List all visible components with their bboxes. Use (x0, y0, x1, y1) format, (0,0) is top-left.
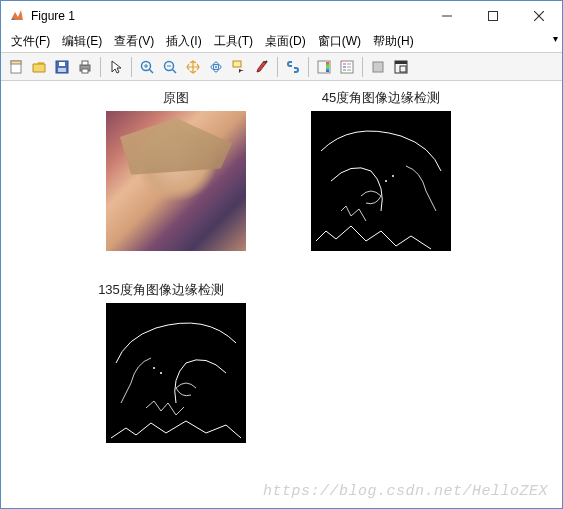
menu-view[interactable]: 查看(V) (108, 31, 160, 52)
pointer-button[interactable] (105, 56, 127, 78)
menu-help[interactable]: 帮助(H) (367, 31, 420, 52)
watermark-text: https://blog.csdn.net/HelloZEX (263, 483, 548, 500)
toolbar (1, 53, 562, 81)
svg-rect-32 (373, 62, 383, 72)
hide-tools-button[interactable] (367, 56, 389, 78)
subplot-2: 45度角图像边缘检测 (311, 89, 451, 254)
svg-rect-10 (82, 61, 88, 65)
toolbar-separator (100, 57, 101, 77)
svg-rect-35 (400, 66, 406, 72)
link-button[interactable] (282, 56, 304, 78)
toolbar-separator (362, 57, 363, 77)
close-button[interactable] (516, 1, 562, 31)
menu-edit[interactable]: 编辑(E) (56, 31, 108, 52)
window-title: Figure 1 (31, 9, 424, 23)
window-controls (424, 1, 562, 31)
svg-rect-7 (59, 62, 65, 66)
svg-point-39 (153, 367, 155, 369)
subplot-3-title: 135度角图像边缘检测 (76, 281, 246, 299)
legend-button[interactable] (336, 56, 358, 78)
pan-button[interactable] (182, 56, 204, 78)
expand-toolstrip-icon[interactable]: ▾ (553, 33, 558, 44)
menu-insert[interactable]: 插入(I) (160, 31, 207, 52)
new-figure-button[interactable] (5, 56, 27, 78)
colorbar-button[interactable] (313, 56, 335, 78)
figure-canvas: 原图 45度角图像边缘检测 135度角图像边缘检测 (1, 81, 562, 508)
svg-rect-24 (326, 62, 329, 72)
zoom-out-button[interactable] (159, 56, 181, 78)
svg-line-17 (173, 69, 177, 73)
subplot-2-title: 45度角图像边缘检测 (311, 89, 451, 107)
subplot-1-title: 原图 (106, 89, 246, 107)
toolbar-separator (131, 57, 132, 77)
menu-tools[interactable]: 工具(T) (208, 31, 259, 52)
menu-file[interactable]: 文件(F) (5, 31, 56, 52)
menu-desktop[interactable]: 桌面(D) (259, 31, 312, 52)
title-bar: Figure 1 (1, 1, 562, 31)
matlab-icon (9, 8, 25, 24)
original-image (106, 111, 246, 251)
svg-point-38 (160, 372, 162, 374)
zoom-in-button[interactable] (136, 56, 158, 78)
rotate-3d-button[interactable] (205, 56, 227, 78)
figure-window: Figure 1 文件(F) 编辑(E) 查看(V) 插入(I) 工具(T) 桌… (0, 0, 563, 509)
subplot-1: 原图 (106, 89, 246, 254)
toolbar-separator (308, 57, 309, 77)
toolbar-separator (277, 57, 278, 77)
maximize-button[interactable] (470, 1, 516, 31)
svg-rect-11 (82, 69, 88, 73)
save-button[interactable] (51, 56, 73, 78)
dock-button[interactable] (390, 56, 412, 78)
svg-line-13 (150, 69, 154, 73)
brush-button[interactable] (251, 56, 273, 78)
svg-rect-8 (58, 68, 66, 72)
minimize-button[interactable] (424, 1, 470, 31)
svg-point-36 (385, 180, 387, 182)
svg-rect-5 (11, 61, 21, 64)
svg-rect-34 (395, 61, 407, 64)
svg-point-21 (215, 66, 217, 68)
svg-rect-22 (233, 61, 241, 67)
open-button[interactable] (28, 56, 50, 78)
svg-rect-1 (489, 12, 498, 21)
edge-45-image (311, 111, 451, 251)
edge-135-image (106, 303, 246, 443)
print-button[interactable] (74, 56, 96, 78)
menu-bar: 文件(F) 编辑(E) 查看(V) 插入(I) 工具(T) 桌面(D) 窗口(W… (1, 31, 562, 53)
svg-point-37 (392, 175, 394, 177)
subplot-3: 135度角图像边缘检测 (76, 281, 246, 446)
menu-window[interactable]: 窗口(W) (312, 31, 367, 52)
data-cursor-button[interactable] (228, 56, 250, 78)
